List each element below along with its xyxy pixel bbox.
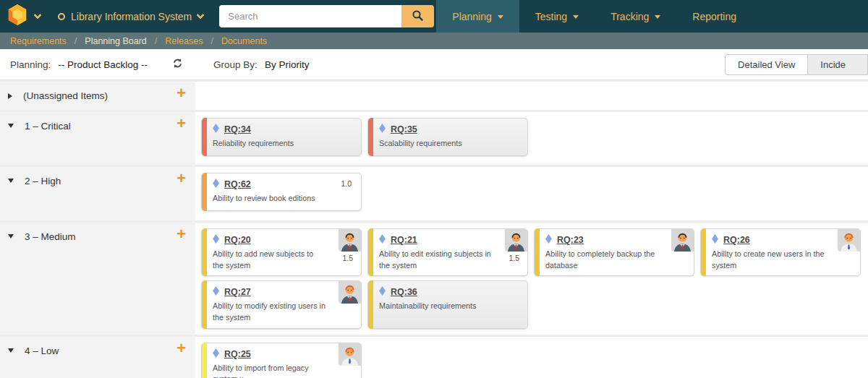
assignee-avatar[interactable] xyxy=(671,229,694,252)
requirement-title: Ability to modify existing users in the … xyxy=(213,301,355,323)
priority-group-label: 2 – High xyxy=(25,176,61,186)
assignee-avatar[interactable] xyxy=(838,229,860,252)
search-input[interactable] xyxy=(219,5,401,27)
group-by-dropdown[interactable]: By Priority xyxy=(265,59,310,70)
requirement-card[interactable]: RQ:20Ability to add new subjects to the … xyxy=(201,228,362,276)
requirement-title: Reliability requirements xyxy=(213,138,355,150)
priority-group-label: (Unassigned Items) xyxy=(23,90,108,101)
requirement-diamond-icon xyxy=(213,233,219,246)
view-toggle-group: Detailed View Incide xyxy=(725,54,868,75)
detailed-view-button[interactable]: Detailed View xyxy=(725,54,808,75)
nav-tab-tracking[interactable]: Tracking xyxy=(595,0,676,33)
requirement-card[interactable]: RQ:21Ability to edit existing subjects i… xyxy=(367,228,528,276)
requirement-id-link[interactable]: RQ:35 xyxy=(391,124,417,134)
collapse-triangle-icon[interactable] xyxy=(8,348,14,353)
priority-color-bar xyxy=(202,343,207,378)
priority-row-header: 2 – High+ xyxy=(0,167,195,220)
navbar-left: Library Information System xyxy=(0,0,434,33)
refresh-button[interactable] xyxy=(172,58,183,71)
chevron-down-icon xyxy=(573,15,579,19)
requirement-card[interactable]: RQ:62Ability to review book editions1.0 xyxy=(201,173,362,211)
breadcrumb-separator: / xyxy=(210,36,213,46)
priority-group-label: 1 – Critical xyxy=(25,121,71,132)
breadcrumb-separator: / xyxy=(155,36,157,46)
release-version-badge: 1.5 xyxy=(342,254,353,262)
requirement-title: Ability to review book editions xyxy=(213,193,355,205)
nav-tab-label: Reporting xyxy=(692,11,736,22)
chevron-down-icon xyxy=(498,15,503,19)
requirement-id-link[interactable]: RQ:25 xyxy=(224,349,251,359)
project-switcher[interactable]: Library Information System xyxy=(58,11,203,22)
planning-release-dropdown[interactable]: -- Product Backlog -- xyxy=(58,59,148,70)
breadcrumb-link-requirements[interactable]: Requirements xyxy=(10,36,67,46)
priority-row-cards xyxy=(195,82,868,110)
assignee-avatar[interactable] xyxy=(339,229,361,252)
requirement-id-link[interactable]: RQ:20 xyxy=(224,235,251,245)
requirement-id-link[interactable]: RQ:23 xyxy=(557,235,584,245)
requirement-diamond-icon xyxy=(213,123,219,136)
priority-row: 3 – Medium+RQ:20Ability to add new subje… xyxy=(0,220,868,335)
project-circle-icon xyxy=(58,13,65,20)
requirement-id-link[interactable]: RQ:36 xyxy=(391,287,417,297)
add-item-button[interactable]: + xyxy=(176,340,186,356)
requirement-card[interactable]: RQ:27Ability to modify existing users in… xyxy=(201,280,362,328)
search-button[interactable] xyxy=(401,5,434,27)
refresh-icon xyxy=(172,58,183,71)
breadcrumb-link-planning-board[interactable]: Planning Board xyxy=(85,36,146,46)
assignee-avatar[interactable] xyxy=(505,229,527,252)
collapse-triangle-icon[interactable] xyxy=(8,124,14,128)
requirement-card[interactable]: RQ:35Scalability requirements xyxy=(367,118,528,156)
requirement-diamond-icon xyxy=(213,285,219,298)
requirement-title: Ability to completely backup the databas… xyxy=(545,249,688,271)
nav-tab-planning[interactable]: Planning xyxy=(436,0,519,33)
collapse-triangle-icon[interactable] xyxy=(8,179,14,183)
collapse-triangle-icon[interactable] xyxy=(8,234,14,239)
add-item-button[interactable]: + xyxy=(176,116,186,132)
search-icon xyxy=(412,9,424,24)
nav-tab-label: Testing xyxy=(535,11,567,22)
expand-triangle-icon[interactable] xyxy=(8,93,12,99)
requirement-card[interactable]: RQ:25Ability to import from legacy syste… xyxy=(201,343,362,378)
card-header: RQ:35 xyxy=(379,123,522,136)
incidents-view-button[interactable]: Incide xyxy=(808,54,868,75)
priority-row-cards: RQ:20Ability to add new subjects to the … xyxy=(195,223,868,335)
requirement-id-link[interactable]: RQ:21 xyxy=(391,235,417,245)
requirement-diamond-icon xyxy=(213,348,219,361)
planning-label: Planning: xyxy=(10,59,51,70)
requirement-card[interactable]: RQ:26Ability to create new users in the … xyxy=(700,228,861,276)
priority-color-bar xyxy=(202,173,207,211)
priority-row: 4 – Low+RQ:25Ability to import from lega… xyxy=(0,335,868,378)
main-menu: PlanningTestingTrackingReporting xyxy=(436,0,752,33)
priority-row-header: 1 – Critical+ xyxy=(0,112,195,165)
requirement-diamond-icon xyxy=(379,285,386,298)
app-menu-button[interactable] xyxy=(0,4,48,29)
priority-row-header: 3 – Medium+ xyxy=(0,223,195,335)
breadcrumb-link-documents[interactable]: Documents xyxy=(221,36,267,46)
nav-tab-testing[interactable]: Testing xyxy=(519,0,595,33)
requirement-card[interactable]: RQ:36Maintainability requirements xyxy=(367,280,528,328)
requirement-diamond-icon xyxy=(712,233,718,246)
add-item-button[interactable]: + xyxy=(176,226,186,242)
add-item-button[interactable]: + xyxy=(176,85,186,101)
hexagon-logo-icon xyxy=(7,4,28,29)
add-item-button[interactable]: + xyxy=(176,171,186,186)
breadcrumb-link-releases[interactable]: Releases xyxy=(165,36,203,46)
requirement-id-link[interactable]: RQ:34 xyxy=(224,124,251,134)
breadcrumb: Requirements/Planning Board/Releases/Doc… xyxy=(0,33,868,49)
card-header: RQ:26 xyxy=(712,233,854,246)
assignee-avatar[interactable] xyxy=(339,343,361,366)
requirement-title: Scalability requirements xyxy=(379,138,522,150)
requirement-id-link[interactable]: RQ:62 xyxy=(224,179,251,189)
requirement-id-link[interactable]: RQ:27 xyxy=(224,287,251,297)
requirement-title: Maintainability requirements xyxy=(379,301,522,312)
assignee-avatar[interactable] xyxy=(339,281,361,304)
requirement-card[interactable]: RQ:34Reliability requirements xyxy=(201,118,362,156)
priority-row-cards: RQ:25Ability to import from legacy syste… xyxy=(195,337,868,378)
release-version-badge: 1.0 xyxy=(341,179,352,188)
priority-group-label: 4 – Low xyxy=(25,345,59,356)
requirement-card[interactable]: RQ:23Ability to completely backup the da… xyxy=(534,228,694,276)
chevron-down-icon xyxy=(197,11,205,19)
requirement-id-link[interactable]: RQ:26 xyxy=(723,235,750,245)
priority-row: 1 – Critical+RQ:34Reliability requiremen… xyxy=(0,110,868,165)
nav-tab-reporting[interactable]: Reporting xyxy=(676,0,752,33)
